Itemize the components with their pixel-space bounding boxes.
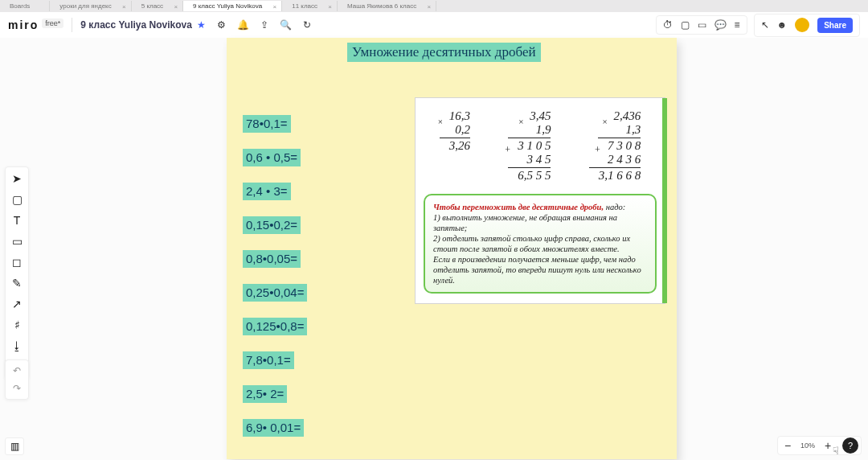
tab-11class[interactable]: 11 класс× xyxy=(282,1,338,11)
tool-palette: ➤ ▢ T ▭ ◻ ✎ ↗ ♯ ⭳ ⋯ xyxy=(5,166,29,379)
header-right-tools: ⏱ ▢ ▭ 💬 ≡ xyxy=(656,15,747,35)
comments-icon[interactable]: 💬 xyxy=(714,19,727,31)
miro-logo[interactable]: miro xyxy=(8,18,39,31)
tab-9class[interactable]: 9 класс Yuliya Novikova× xyxy=(183,1,282,11)
partial: 3 1 0 5 xyxy=(518,139,551,152)
multiplicand: 3,45 xyxy=(530,109,551,122)
tab-masha[interactable]: Маша Якимова 6 класс× xyxy=(338,1,436,11)
close-icon[interactable]: × xyxy=(122,2,126,12)
rule-text-part: 2) отделить запятой столько цифр справа,… xyxy=(433,234,630,253)
templates-icon[interactable]: ▢ xyxy=(12,193,23,206)
star-icon[interactable]: ★ xyxy=(197,19,206,31)
tab-label: Boards xyxy=(10,2,30,10)
panel-accent xyxy=(662,98,667,303)
list-icon[interactable]: ≡ xyxy=(735,19,740,31)
redo-icon[interactable]: ↷ xyxy=(13,383,21,394)
close-icon[interactable]: × xyxy=(174,2,178,12)
times-icon: × xyxy=(438,115,443,129)
share-label: Share xyxy=(824,21,846,30)
plan-badge[interactable]: free* xyxy=(42,18,63,28)
header-collab: ↖ ☻ Share xyxy=(754,14,860,37)
equation[interactable]: 0,25•0,04= xyxy=(243,284,307,302)
minimap-toggle[interactable]: ▥ xyxy=(5,437,24,455)
reactions-icon[interactable]: ☻ xyxy=(777,19,788,31)
note-title[interactable]: Умножение десятичных дробей xyxy=(347,43,541,62)
cursor-icon[interactable]: ↖ xyxy=(761,19,769,31)
tab-label: уроки для яндекс xyxy=(59,2,111,10)
equation[interactable]: 6,9• 0,01= xyxy=(243,419,304,437)
history-icon[interactable]: ↻ xyxy=(303,19,311,31)
tab-label: Маша Якимова 6 класс xyxy=(347,2,416,10)
select-tool-icon[interactable]: ➤ xyxy=(12,172,22,185)
tab-label: 5 класс xyxy=(141,2,163,10)
example-3: ×2,436 1,3 +7 3 0 8 2 4 3 6 3,1 6 6 8 xyxy=(589,109,641,183)
equation[interactable]: 78•0,1= xyxy=(243,115,291,133)
shapes-tool-icon[interactable]: ◻ xyxy=(12,256,22,269)
equation[interactable]: 0,125•0,8= xyxy=(243,318,307,335)
tab-5class[interactable]: 5 класс× xyxy=(132,1,183,11)
product: 6,5 5 5 xyxy=(518,169,551,182)
equation-column: 78•0,1= 0,6 • 0,5= 2,4 • 3= 0,15•0,2= 0,… xyxy=(243,115,307,437)
rule-text-part: Если в произведении получается меньше ци… xyxy=(433,255,641,285)
times-icon: × xyxy=(518,115,523,129)
app-header: miro free* 9 класс Yuliya Novikova ★ ⚙ 🔔… xyxy=(0,12,868,39)
tab-boards[interactable]: Boards xyxy=(0,1,50,11)
multiplier: 1,9 xyxy=(536,123,551,136)
search-icon[interactable]: 🔍 xyxy=(280,19,292,31)
export-icon[interactable]: ⇪ xyxy=(260,19,268,31)
close-icon[interactable]: × xyxy=(273,2,277,12)
pen-tool-icon[interactable]: ✎ xyxy=(12,277,22,290)
present-icon[interactable]: ▭ xyxy=(698,19,706,31)
equation[interactable]: 0,15•0,2= xyxy=(243,216,301,234)
rule-text-part: надо: xyxy=(604,203,625,212)
settings-icon[interactable]: ⚙ xyxy=(217,19,226,31)
equation[interactable]: 2,5• 2= xyxy=(243,385,287,403)
multiplicand: 2,436 xyxy=(614,109,641,122)
plus-icon: + xyxy=(505,143,510,157)
tab-label: 9 класс Yuliya Novikova xyxy=(193,2,262,10)
multiplicand: 16,3 xyxy=(449,109,470,122)
equation[interactable]: 0,8•0,05= xyxy=(243,250,301,268)
zoom-level[interactable]: 10% xyxy=(797,442,818,450)
zoom-control: − 10% + ? xyxy=(777,436,862,455)
partial: 2 4 3 6 xyxy=(608,153,641,166)
cursor-hand-icon: ☟ xyxy=(833,445,839,457)
help-button[interactable]: ? xyxy=(842,437,858,454)
share-button[interactable]: Share xyxy=(817,18,853,33)
product: 3,1 6 6 8 xyxy=(599,169,641,182)
undo-icon[interactable]: ↶ xyxy=(13,365,21,376)
equation[interactable]: 0,6 • 0,5= xyxy=(243,149,301,166)
canvas[interactable]: ➤ ▢ T ▭ ◻ ✎ ↗ ♯ ⭳ ⋯ ↶ ↷ Умножение десяти… xyxy=(0,38,868,460)
undo-redo: ↶ ↷ xyxy=(5,359,29,400)
avatar[interactable] xyxy=(795,18,809,32)
upload-tool-icon[interactable]: ⭳ xyxy=(11,339,23,352)
bell-icon[interactable]: 🔔 xyxy=(237,19,249,31)
multiplier: 1,3 xyxy=(626,123,641,136)
partial: 7 3 0 8 xyxy=(608,139,641,152)
rule-text: Чтобы перемножить две десятичные дроби, … xyxy=(424,194,657,294)
zoom-out-button[interactable]: − xyxy=(778,439,797,452)
slides-icon[interactable]: ▢ xyxy=(681,19,690,31)
header-actions: ⚙ 🔔 ⇪ 🔍 ↻ xyxy=(217,19,311,31)
partial: 3 4 5 xyxy=(526,153,551,166)
sticky-note[interactable]: Умножение десятичных дробей 78•0,1= 0,6 … xyxy=(227,38,677,459)
product: 3,26 xyxy=(449,139,470,152)
close-icon[interactable]: × xyxy=(428,2,432,12)
equation[interactable]: 2,4 • 3= xyxy=(243,183,291,200)
multiplier: 0,2 xyxy=(455,123,470,136)
frame-tool-icon[interactable]: ♯ xyxy=(14,318,20,331)
rule-lead: Чтобы перемножить две десятичные дроби, xyxy=(433,203,604,212)
text-tool-icon[interactable]: T xyxy=(14,214,21,227)
worked-examples: ×16,3 0,2 3,26 ×3,45 1,9 +3 1 0 5 3 4 5 … xyxy=(416,98,665,189)
equation[interactable]: 7,8•0,1= xyxy=(243,351,294,369)
example-2: ×3,45 1,9 +3 1 0 5 3 4 5 6,5 5 5 xyxy=(508,109,551,183)
close-icon[interactable]: × xyxy=(328,2,332,12)
board-title[interactable]: 9 класс Yuliya Novikova xyxy=(80,19,192,31)
tab-lessons[interactable]: уроки для яндекс× xyxy=(50,1,131,11)
sticky-tool-icon[interactable]: ▭ xyxy=(12,235,23,248)
example-panel[interactable]: ×16,3 0,2 3,26 ×3,45 1,9 +3 1 0 5 3 4 5 … xyxy=(415,97,665,304)
times-icon: × xyxy=(603,115,608,129)
timer-icon[interactable]: ⏱ xyxy=(663,19,673,31)
separator xyxy=(72,18,72,32)
line-tool-icon[interactable]: ↗ xyxy=(12,298,22,310)
